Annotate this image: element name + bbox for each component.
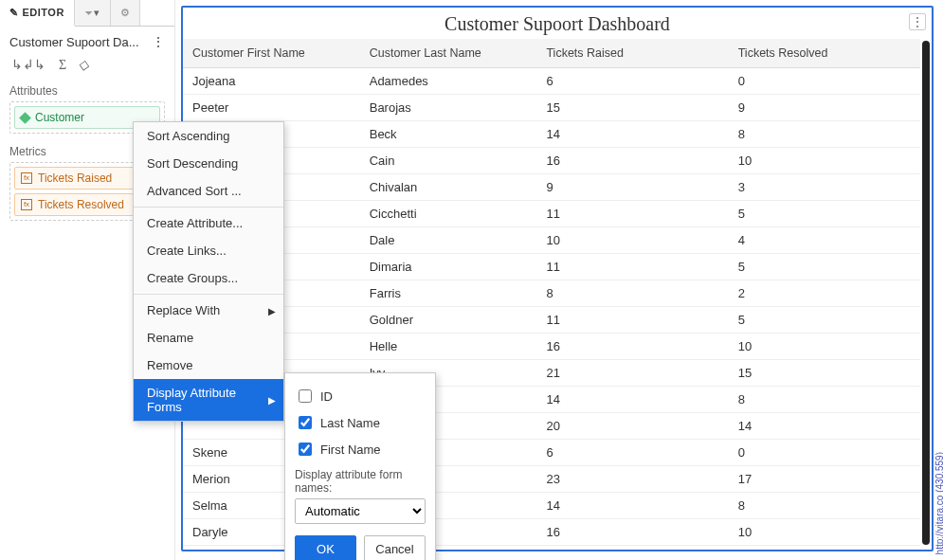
grid-header-row: Customer First Name Customer Last Name T… bbox=[183, 39, 920, 68]
menu-display-forms-label: Display Attribute Forms bbox=[147, 386, 236, 414]
swap-icon[interactable]: ↲↳ bbox=[11, 57, 45, 73]
ok-button[interactable]: OK bbox=[295, 535, 356, 560]
metric-chip-label: Tickets Raised bbox=[38, 172, 112, 185]
cell-resolved: 10 bbox=[729, 334, 920, 360]
fx-icon: fx bbox=[21, 199, 32, 210]
cell-resolved: 3 bbox=[729, 174, 920, 201]
pencil-icon bbox=[9, 7, 19, 19]
col-header-tickets-resolved[interactable]: Tickets Resolved bbox=[729, 39, 920, 68]
cell-raised: 20 bbox=[536, 413, 728, 440]
attributes-label: Attributes bbox=[0, 82, 174, 101]
cell-raised: 14 bbox=[536, 387, 728, 413]
cell-raised: 10 bbox=[536, 227, 728, 254]
cell-resolved: 0 bbox=[729, 68, 920, 95]
tab-settings[interactable] bbox=[111, 0, 141, 26]
col-header-first-name[interactable]: Customer First Name bbox=[183, 39, 360, 68]
table-row[interactable]: Dale104 bbox=[183, 227, 920, 254]
cell-last: Beck bbox=[360, 121, 537, 148]
menu-separator bbox=[134, 294, 283, 295]
metric-chip-label: Tickets Resolved bbox=[38, 198, 124, 211]
cancel-button[interactable]: Cancel bbox=[364, 535, 426, 560]
cell-last: Chivalan bbox=[360, 174, 537, 201]
cell-resolved: 10 bbox=[729, 519, 920, 546]
table-row[interactable]: Dimaria115 bbox=[183, 254, 920, 280]
attribute-context-menu: Sort Ascending Sort Descending Advanced … bbox=[133, 121, 284, 422]
submenu-caret-icon: ▶ bbox=[268, 395, 276, 406]
cell-resolved: 17 bbox=[729, 466, 920, 493]
menu-rename[interactable]: Rename bbox=[134, 324, 283, 352]
cell-resolved: 17 bbox=[729, 546, 920, 548]
table-row[interactable]: Cain1610 bbox=[183, 148, 920, 174]
cell-raised: 9 bbox=[536, 174, 728, 201]
watermark-link[interactable]: http://vitara.co (430.559) bbox=[934, 452, 943, 554]
panel-title: Customer Supoort Da... bbox=[9, 35, 139, 49]
cell-last: Dimaria bbox=[360, 254, 537, 280]
menu-separator bbox=[134, 207, 283, 208]
table-row[interactable]: Goldner115 bbox=[183, 307, 920, 334]
col-header-last-name[interactable]: Customer Last Name bbox=[360, 39, 537, 68]
menu-advanced-sort[interactable]: Advanced Sort ... bbox=[134, 177, 283, 205]
table-row[interactable]: PeeterBarojas159 bbox=[183, 95, 920, 121]
cell-resolved: 0 bbox=[729, 440, 920, 466]
eraser-icon[interactable] bbox=[80, 57, 90, 73]
checkbox-id[interactable] bbox=[299, 389, 312, 403]
filter-icon: ▾ bbox=[84, 7, 100, 19]
table-row[interactable]: Chivalan93 bbox=[183, 174, 920, 201]
checkbox-first-name[interactable] bbox=[299, 443, 312, 456]
tab-filter[interactable]: ▾ bbox=[75, 0, 111, 26]
table-row[interactable]: Cicchetti115 bbox=[183, 201, 920, 227]
form-checkbox-first-name[interactable]: First Name bbox=[295, 436, 426, 462]
cell-raised: 23 bbox=[536, 466, 728, 493]
cell-raised: 11 bbox=[536, 307, 728, 334]
cell-raised: 21 bbox=[536, 360, 728, 387]
cell-last: Barojas bbox=[360, 95, 537, 121]
sigma-icon[interactable] bbox=[59, 57, 66, 73]
attribute-chip-label: Customer bbox=[35, 111, 84, 124]
col-header-tickets-raised[interactable]: Tickets Raised bbox=[536, 39, 728, 68]
menu-remove[interactable]: Remove bbox=[134, 352, 283, 379]
checkbox-last-name[interactable] bbox=[299, 416, 312, 429]
menu-sort-ascending[interactable]: Sort Ascending bbox=[134, 122, 283, 150]
cell-resolved: 2 bbox=[729, 280, 920, 307]
attribute-diamond-icon bbox=[19, 112, 31, 124]
checkbox-last-name-label: Last Name bbox=[320, 416, 380, 430]
cell-last: Cicchetti bbox=[360, 201, 537, 227]
menu-create-attribute[interactable]: Create Attribute... bbox=[134, 209, 283, 237]
menu-display-attribute-forms[interactable]: Display Attribute Forms ▶ bbox=[134, 379, 283, 421]
table-row[interactable]: JojeanaAdamedes60 bbox=[183, 68, 920, 95]
card-menu-button[interactable]: ⋮ bbox=[909, 13, 926, 30]
cell-last: Adamedes bbox=[360, 68, 537, 95]
cell-last: Dale bbox=[360, 227, 537, 254]
cell-resolved: 8 bbox=[729, 121, 920, 148]
cell-last: Farris bbox=[360, 280, 537, 307]
panel-toolbar: ↲↳ bbox=[0, 53, 174, 82]
vertical-scrollbar[interactable] bbox=[922, 41, 930, 545]
cell-raised: 6 bbox=[536, 440, 728, 466]
table-row[interactable]: Beck148 bbox=[183, 121, 920, 148]
form-names-select[interactable]: Automatic bbox=[295, 498, 426, 524]
cell-last: Goldner bbox=[360, 307, 537, 334]
cell-resolved: 5 bbox=[729, 254, 920, 280]
form-checkbox-id[interactable]: ID bbox=[295, 383, 426, 409]
cell-raised: 16 bbox=[536, 334, 728, 360]
table-row[interactable]: Farris82 bbox=[183, 280, 920, 307]
cell-raised: 14 bbox=[536, 493, 728, 519]
cell-last: Cain bbox=[360, 148, 537, 174]
cell-raised: 8 bbox=[536, 280, 728, 307]
tab-editor[interactable]: EDITOR bbox=[0, 0, 75, 27]
panel-more-menu[interactable]: ⋮ bbox=[152, 34, 165, 49]
cell-raised: 11 bbox=[536, 201, 728, 227]
gear-icon bbox=[120, 7, 131, 19]
cell-resolved: 14 bbox=[729, 413, 920, 440]
cell-resolved: 10 bbox=[729, 148, 920, 174]
cell-resolved: 9 bbox=[729, 95, 920, 121]
menu-sort-descending[interactable]: Sort Descending bbox=[134, 150, 283, 177]
table-row[interactable]: Helle1610 bbox=[183, 334, 920, 360]
form-names-hint: Display attribute form names: bbox=[295, 468, 426, 495]
cell-first: Jojeana bbox=[183, 68, 360, 95]
cell-resolved: 5 bbox=[729, 201, 920, 227]
form-checkbox-last-name[interactable]: Last Name bbox=[295, 409, 426, 436]
menu-create-links[interactable]: Create Links... bbox=[134, 237, 283, 264]
menu-replace-with[interactable]: Replace With ▶ bbox=[134, 297, 283, 324]
menu-create-groups[interactable]: Create Groups... bbox=[134, 264, 283, 292]
